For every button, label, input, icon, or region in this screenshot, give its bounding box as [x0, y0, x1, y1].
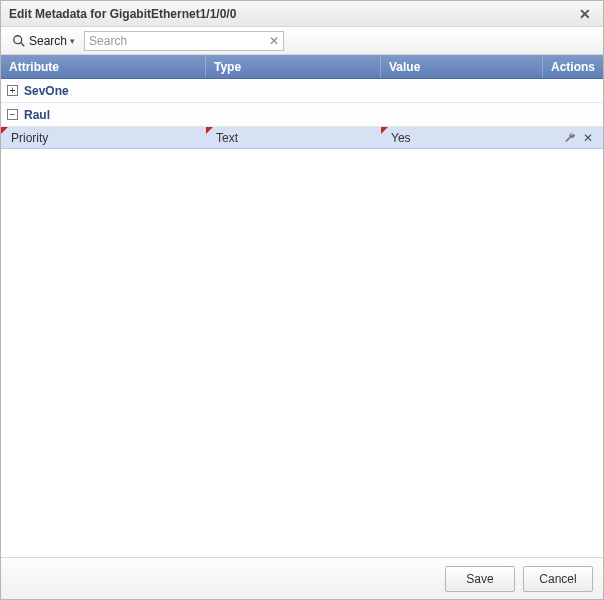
grid-header: Attribute Type Value Actions [1, 55, 603, 79]
group-label: SevOne [24, 84, 69, 98]
dirty-marker-icon [1, 127, 8, 134]
save-button[interactable]: Save [445, 566, 515, 592]
dirty-marker-icon [381, 127, 388, 134]
svg-line-1 [21, 42, 25, 46]
dialog-edit-metadata: Edit Metadata for GigabitEthernet1/1/0/0… [0, 0, 604, 600]
search-field-wrap: ✕ [84, 31, 284, 51]
cancel-button[interactable]: Cancel [523, 566, 593, 592]
search-icon [12, 34, 26, 48]
close-icon[interactable]: ✕ [575, 6, 595, 22]
wrench-icon[interactable] [563, 131, 577, 145]
cell-attribute-text: Priority [11, 131, 48, 145]
column-header-type[interactable]: Type [206, 55, 381, 78]
svg-point-0 [14, 35, 22, 43]
collapse-icon[interactable]: − [7, 109, 18, 120]
expand-icon[interactable]: + [7, 85, 18, 96]
search-button-label: Search [29, 34, 67, 48]
cell-value-text: Yes [391, 131, 411, 145]
group-label: Raul [24, 108, 50, 122]
titlebar: Edit Metadata for GigabitEthernet1/1/0/0… [1, 1, 603, 27]
toolbar: Search ▾ ✕ [1, 27, 603, 55]
dirty-marker-icon [206, 127, 213, 134]
chevron-down-icon: ▾ [70, 36, 75, 46]
search-dropdown-button[interactable]: Search ▾ [7, 31, 80, 51]
dialog-footer: Save Cancel [1, 557, 603, 599]
table-row[interactable]: Priority Text Yes ✕ [1, 127, 603, 149]
column-header-actions: Actions [543, 55, 603, 78]
group-row-raul[interactable]: − Raul [1, 103, 603, 127]
cell-type[interactable]: Text [206, 127, 381, 148]
cell-attribute[interactable]: Priority [1, 127, 206, 148]
clear-search-icon[interactable]: ✕ [267, 34, 281, 48]
delete-icon[interactable]: ✕ [581, 131, 595, 145]
cell-value[interactable]: Yes [381, 127, 543, 148]
column-header-attribute[interactable]: Attribute [1, 55, 206, 78]
group-row-sevone[interactable]: + SevOne [1, 79, 603, 103]
search-input[interactable] [84, 31, 284, 51]
column-header-value[interactable]: Value [381, 55, 543, 78]
dialog-title: Edit Metadata for GigabitEthernet1/1/0/0 [9, 7, 236, 21]
cell-actions: ✕ [543, 127, 603, 148]
cell-type-text: Text [216, 131, 238, 145]
grid-body: + SevOne − Raul Priority Text Yes [1, 79, 603, 557]
